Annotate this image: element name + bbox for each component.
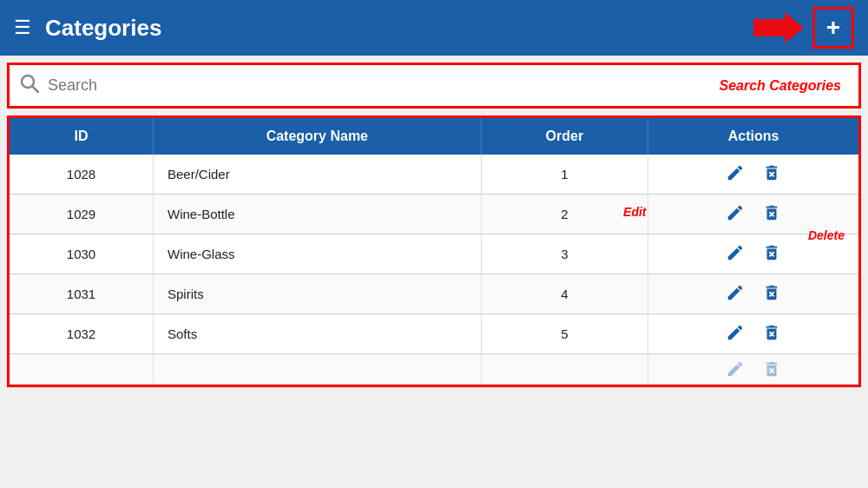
cell-order: 4: [481, 274, 648, 314]
table-row: 1028Beer/Cider1: [10, 155, 858, 195]
cell-id: 1029: [10, 195, 153, 234]
edit-button[interactable]: [726, 323, 745, 345]
delete-button[interactable]: [762, 203, 781, 225]
cell-actions: [648, 155, 858, 195]
cell-order: 2: [481, 195, 648, 234]
col-header-actions: Actions: [648, 118, 858, 155]
hamburger-icon[interactable]: ☰: [14, 16, 31, 39]
cell-id-partial: [10, 354, 153, 385]
table-row: 1032Softs5: [10, 314, 858, 354]
cell-order: 1: [481, 155, 648, 195]
cell-name: Beer/Cider: [153, 155, 481, 195]
table-row: 1029Wine-Bottle2Edit Delete: [10, 195, 858, 234]
app-header: ☰ Categories +: [0, 0, 868, 56]
table-row: 1031Spirits4: [10, 274, 858, 314]
col-header-order: Order: [481, 118, 648, 155]
page-title: Categories: [45, 15, 161, 42]
delete-button[interactable]: [762, 243, 781, 265]
col-header-name: Category Name: [153, 118, 481, 155]
cell-order-partial: [481, 354, 648, 385]
table-row: 1030Wine-Glass3: [10, 234, 858, 274]
cell-id: 1031: [10, 274, 153, 314]
col-header-id: ID: [10, 118, 153, 155]
cell-name: Spirits: [153, 274, 481, 314]
categories-table: ID Category Name Order Actions 1028Beer/…: [10, 118, 858, 385]
search-label: Search Categories: [719, 78, 841, 94]
search-icon: [20, 74, 39, 97]
delete-button[interactable]: [762, 283, 781, 305]
cell-order: 5: [481, 314, 648, 354]
cell-actions: [648, 314, 858, 354]
table-header-row: ID Category Name Order Actions: [10, 118, 858, 155]
cell-name: Wine-Glass: [153, 234, 481, 274]
edit-button[interactable]: [726, 283, 745, 305]
categories-table-section: ID Category Name Order Actions 1028Beer/…: [7, 115, 861, 387]
cell-actions: [648, 274, 858, 314]
cell-name: Wine-Bottle: [153, 195, 481, 234]
cell-name-partial: [153, 354, 481, 385]
cell-id: 1028: [10, 155, 153, 195]
delete-button[interactable]: [762, 163, 781, 185]
cell-id: 1032: [10, 314, 153, 354]
search-section: Search Categories: [7, 63, 861, 109]
svg-line-2: [33, 87, 39, 93]
cell-name: Softs: [153, 314, 481, 354]
search-input[interactable]: [48, 76, 710, 95]
cell-actions: [648, 234, 858, 274]
delete-button[interactable]: [762, 323, 781, 345]
cell-id: 1030: [10, 234, 153, 274]
edit-button[interactable]: [726, 203, 745, 225]
edit-button[interactable]: [726, 243, 745, 265]
red-arrow-icon: [753, 12, 806, 43]
cell-actions: Edit Delete: [648, 195, 858, 234]
table-row-partial: [10, 354, 858, 385]
edit-button[interactable]: [726, 163, 745, 185]
add-category-button[interactable]: +: [812, 7, 854, 49]
svg-marker-0: [753, 12, 804, 43]
cell-order: 3: [481, 234, 648, 274]
cell-actions-partial: [648, 354, 858, 385]
